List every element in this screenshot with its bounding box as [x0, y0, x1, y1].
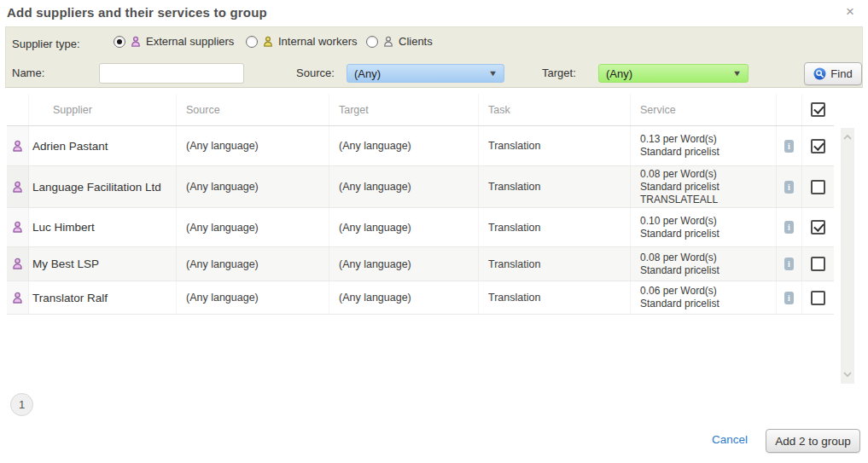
supplier-type-label: Supplier type:: [12, 38, 80, 50]
person-icon: [382, 36, 394, 48]
person-icon: [11, 181, 24, 194]
supplier-cell: Luc Himbert: [29, 208, 177, 246]
column-header-task: Task: [479, 94, 631, 125]
info-cell: i: [777, 126, 802, 165]
service-line: 0.10 per Word(s): [640, 215, 717, 228]
source-label: Source:: [296, 67, 335, 79]
supplier-name: Adrien Pastant: [32, 140, 108, 153]
table-row: Adrien Pastant(Any language)(Any languag…: [7, 126, 834, 166]
supplier-type-option[interactable]: Internal workers: [246, 35, 357, 48]
vertical-scrollbar[interactable]: [841, 128, 854, 384]
person-icon: [11, 221, 24, 234]
dialog-title: Add suppliers and their services to grou…: [7, 5, 267, 20]
chevron-down-icon: ▼: [732, 69, 742, 78]
table-row: Luc Himbert(Any language)(Any language)T…: [7, 208, 834, 247]
select-all-checkbox[interactable]: [811, 102, 825, 117]
scroll-down-icon[interactable]: [843, 372, 852, 377]
person-icon: [262, 36, 274, 48]
supplier-name: My Best LSP: [32, 258, 99, 270]
info-icon[interactable]: i: [784, 181, 794, 194]
cancel-button[interactable]: Cancel: [712, 433, 748, 446]
close-icon[interactable]: ×: [842, 4, 858, 20]
filter-fields-row: Name: Source: (Any) ▼ Target: (Any) ▼ Fi…: [6, 59, 862, 88]
supplier-type-option[interactable]: External suppliers: [114, 35, 234, 48]
info-icon[interactable]: i: [784, 258, 794, 270]
source-cell: (Any language): [177, 281, 329, 314]
row-checkbox[interactable]: [811, 220, 825, 234]
add-to-group-button[interactable]: Add 2 to group: [766, 429, 860, 453]
source-select[interactable]: (Any) ▼: [347, 64, 504, 83]
service-line: Standard pricelist: [640, 264, 719, 277]
chevron-down-icon: ▼: [488, 69, 498, 78]
service-line: 0.08 per Word(s): [640, 168, 717, 181]
table-row: Translator Ralf(Any language)(Any langua…: [7, 281, 834, 315]
checkbox-cell: [802, 247, 834, 281]
supplier-name: Translator Ralf: [32, 292, 108, 304]
info-icon[interactable]: i: [784, 140, 794, 153]
name-input[interactable]: [99, 63, 244, 84]
table-row: Language Facilitation Ltd(Any language)(…: [7, 166, 834, 208]
header-info-spacer: [777, 94, 802, 125]
supplier-cell: Language Facilitation Ltd: [29, 166, 177, 207]
supplier-icon-cell: [7, 208, 29, 246]
task-cell: Translation: [479, 208, 631, 246]
person-icon: [11, 258, 24, 270]
target-cell: (Any language): [329, 126, 479, 165]
table-body: Adrien Pastant(Any language)(Any languag…: [7, 126, 834, 315]
service-line: 0.06 per Word(s): [640, 285, 717, 298]
name-label: Name:: [12, 67, 44, 79]
supplier-icon-cell: [7, 281, 29, 314]
row-checkbox[interactable]: [811, 257, 825, 271]
person-icon: [130, 36, 142, 48]
row-checkbox[interactable]: [811, 291, 825, 305]
service-line: Standard pricelist: [640, 228, 719, 240]
target-select-value: (Any): [606, 67, 632, 80]
find-button-label: Find: [830, 67, 852, 80]
service-cell: 0.08 per Word(s)Standard pricelist: [631, 247, 777, 281]
supplier-cell: Translator Ralf: [29, 281, 177, 314]
checkbox-cell: [802, 208, 834, 246]
target-cell: (Any language): [329, 281, 479, 314]
target-select[interactable]: (Any) ▼: [598, 64, 749, 83]
task-cell: Translation: [479, 126, 631, 165]
checkbox-cell: [802, 166, 834, 207]
source-select-value: (Any): [354, 67, 381, 80]
supplier-type-option-label: External suppliers: [146, 35, 234, 48]
row-checkbox[interactable]: [811, 180, 825, 194]
suppliers-table: Supplier Source Target Task Service Adri…: [7, 94, 834, 315]
supplier-cell: My Best LSP: [29, 247, 177, 281]
source-cell: (Any language): [177, 126, 329, 165]
target-cell: (Any language): [329, 247, 479, 281]
radio-button[interactable]: [246, 36, 258, 48]
supplier-icon-cell: [7, 166, 29, 207]
supplier-type-option-label: Clients: [399, 35, 433, 48]
service-line: 0.13 per Word(s): [640, 133, 717, 146]
info-icon[interactable]: i: [784, 221, 794, 234]
supplier-icon-cell: [7, 126, 29, 165]
target-cell: (Any language): [329, 208, 479, 246]
service-line: 0.08 per Word(s): [640, 252, 717, 264]
column-header-target: Target: [329, 94, 479, 125]
scroll-up-icon[interactable]: [843, 135, 852, 140]
row-checkbox[interactable]: [811, 139, 825, 153]
pagination-page-1[interactable]: 1: [10, 393, 33, 416]
service-line: Standard pricelist: [640, 298, 719, 310]
target-label: Target:: [542, 67, 576, 79]
table-header-row: Supplier Source Target Task Service: [7, 94, 834, 126]
search-icon: [813, 67, 826, 80]
radio-button[interactable]: [114, 36, 125, 48]
radio-button[interactable]: [366, 36, 378, 48]
info-icon[interactable]: i: [784, 292, 794, 304]
column-header-service: Service: [631, 94, 777, 125]
find-button[interactable]: Find: [804, 62, 862, 85]
info-cell: i: [777, 281, 802, 314]
supplier-cell: Adrien Pastant: [29, 126, 177, 165]
filter-bar: Supplier type: External suppliers Intern…: [5, 26, 863, 88]
header-icon-spacer: [7, 94, 29, 125]
service-cell: 0.08 per Word(s)Standard pricelistTRANSL…: [631, 166, 777, 207]
supplier-type-row: Supplier type: External suppliers Intern…: [6, 27, 862, 59]
checkbox-cell: [802, 281, 834, 314]
task-cell: Translation: [479, 166, 631, 207]
supplier-type-option[interactable]: Clients: [366, 35, 433, 48]
column-header-source: Source: [177, 94, 329, 125]
